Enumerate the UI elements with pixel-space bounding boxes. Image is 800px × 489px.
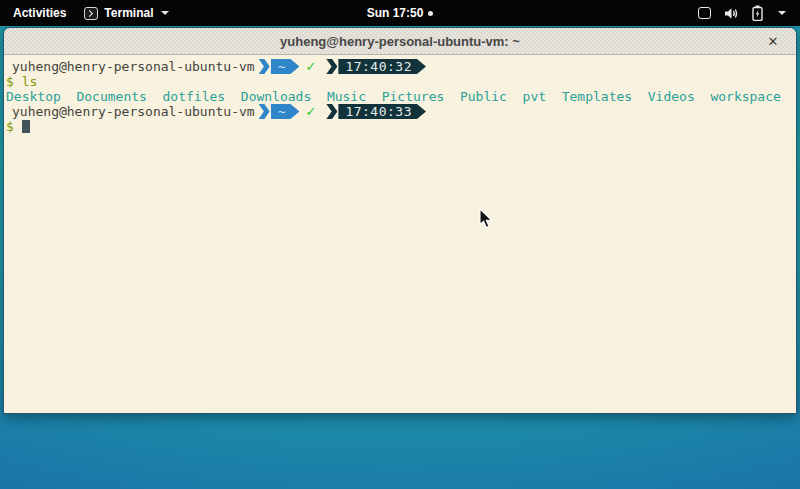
- powerline-chevron-icon: [259, 104, 270, 119]
- app-menu-label: Terminal: [104, 6, 153, 20]
- powerline-chevron-icon: [259, 59, 270, 74]
- status-check-icon: ✓: [305, 104, 316, 119]
- battery-charging-icon: [752, 5, 763, 21]
- system-status-area[interactable]: [698, 0, 800, 26]
- mouse-cursor-icon: [479, 208, 494, 233]
- input-line: $: [6, 119, 796, 134]
- status-check-icon: ✓: [305, 59, 316, 74]
- command-line: $ ls: [6, 74, 796, 89]
- app-menu-terminal[interactable]: Terminal: [84, 6, 169, 20]
- close-button[interactable]: ✕: [762, 28, 784, 55]
- window-title: yuheng@henry-personal-ubuntu-vm: ~: [280, 34, 520, 49]
- chevron-down-icon: [161, 11, 169, 15]
- prompt-path-segment: ~: [271, 59, 300, 74]
- prompt-line-2: yuheng@henry-personal-ubuntu-vm ~ ✓ 17:4…: [6, 104, 796, 119]
- terminal-app-icon: [84, 7, 98, 20]
- prompt-user-host: yuheng@henry-personal-ubuntu-vm: [12, 59, 255, 74]
- chevron-down-icon: [778, 11, 786, 15]
- prompt-char: $: [6, 119, 14, 134]
- command-text: $ ls: [6, 74, 37, 89]
- volume-icon: [724, 7, 739, 20]
- powerline-chevron-icon: [326, 59, 337, 74]
- prompt-user-host: yuheng@henry-personal-ubuntu-vm: [12, 104, 255, 119]
- prompt-time: 17:40:33: [338, 104, 426, 119]
- directory-listing: Desktop Documents dotfiles Downloads Mus…: [6, 89, 781, 104]
- powerline-chevron-icon: [326, 104, 337, 119]
- prompt-path-segment: ~: [271, 104, 300, 119]
- display-icon: [698, 7, 711, 19]
- prompt-line-1: yuheng@henry-personal-ubuntu-vm ~ ✓ 17:4…: [6, 59, 796, 74]
- ls-output-line: Desktop Documents dotfiles Downloads Mus…: [6, 89, 796, 104]
- terminal-cursor: [22, 120, 30, 133]
- terminal-window: yuheng@henry-personal-ubuntu-vm: ~ ✕ yuh…: [3, 27, 797, 414]
- window-titlebar[interactable]: yuheng@henry-personal-ubuntu-vm: ~ ✕: [4, 28, 796, 55]
- notification-dot: [428, 11, 433, 16]
- activities-button[interactable]: Activities: [9, 6, 70, 20]
- prompt-time: 17:40:32: [338, 59, 426, 74]
- top-bar: Activities Terminal Sun 17:50: [0, 0, 800, 26]
- terminal-screen[interactable]: yuheng@henry-personal-ubuntu-vm ~ ✓ 17:4…: [4, 55, 796, 413]
- clock[interactable]: Sun 17:50: [367, 6, 424, 20]
